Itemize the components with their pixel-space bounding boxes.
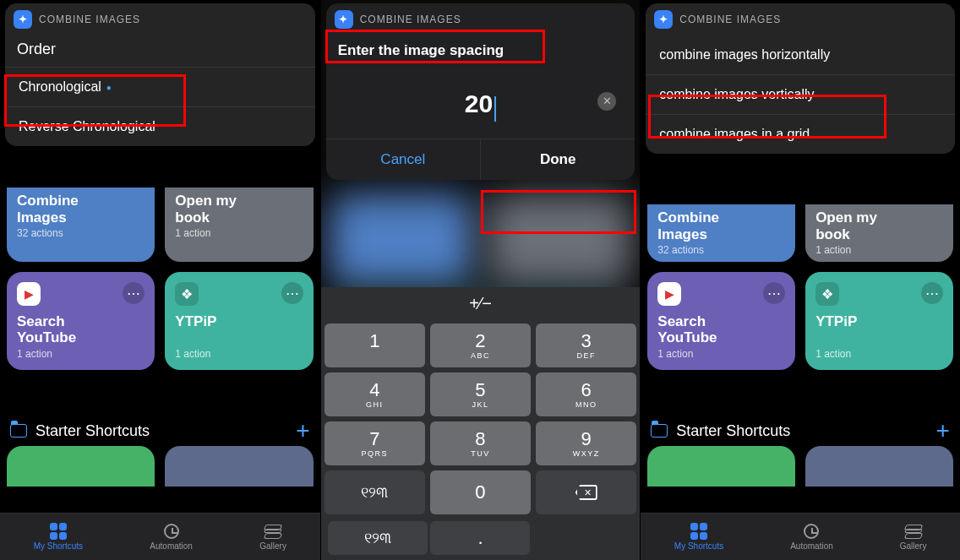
order-popup: ✦ COMBINE IMAGES Order Chronological● Re…	[5, 3, 315, 146]
clock-icon	[164, 524, 179, 539]
popup-header-title: COMBINE IMAGES	[39, 14, 140, 25]
clock-icon	[804, 524, 819, 539]
tab-automation[interactable]: Automation	[150, 523, 193, 551]
tab-gallery[interactable]: Gallery	[259, 523, 286, 551]
card-peek[interactable]	[805, 446, 953, 487]
plus-minus-key[interactable]: +⁄−	[321, 287, 641, 320]
popup-title: Order	[5, 35, 315, 67]
combine-images-icon: ✦	[654, 10, 673, 29]
selected-dot-icon: ●	[106, 83, 112, 92]
numeric-keypad: +⁄− 1 2ABC 3DEF 4GHI 5JKL 6MNO 7PQRS 8TU…	[321, 287, 641, 560]
option-chronological[interactable]: Chronological●	[5, 67, 315, 106]
folder-icon	[651, 424, 668, 438]
card-combine-images[interactable]: CombineImages 32 actions	[647, 204, 795, 262]
key-dot[interactable]: .	[430, 521, 530, 555]
key-7[interactable]: 7PQRS	[325, 421, 425, 465]
starter-shortcuts-row[interactable]: Starter Shortcuts +	[651, 417, 950, 444]
done-button[interactable]: Done	[480, 139, 635, 180]
more-icon[interactable]: ⋯	[123, 282, 145, 304]
tab-automation[interactable]: Automation	[790, 523, 833, 551]
tab-my-shortcuts[interactable]: My Shortcuts	[674, 523, 723, 551]
youtube-icon: ▶	[657, 282, 681, 306]
key-0[interactable]: 0	[430, 470, 531, 514]
folder-icon	[10, 424, 27, 438]
card-title: Combine	[17, 193, 79, 209]
combine-mode-popup: ✦ COMBINE IMAGES combine images horizont…	[646, 3, 955, 154]
option-vertical[interactable]: combine images vertically	[646, 74, 955, 114]
key-3[interactable]: 3DEF	[536, 323, 636, 367]
cancel-button[interactable]: Cancel	[326, 139, 480, 180]
stack-icon	[265, 525, 281, 538]
popup-header-title: COMBINE IMAGES	[679, 14, 781, 25]
tab-my-shortcuts[interactable]: My Shortcuts	[34, 523, 83, 551]
panel-center: ✦ COMBINE IMAGES Enter the image spacing…	[320, 0, 641, 560]
input-value: 20	[465, 90, 493, 118]
card-open-my-book[interactable]: Open mybook 1 action	[165, 188, 313, 262]
card-ytpip[interactable]: ❖ ⋯ YTPiP 1 action	[165, 272, 313, 370]
panel-left: CombineImages 32 actions Open mybook 1 a…	[0, 0, 320, 560]
panel-right: CombineImages 32 actions Open mybook 1 a…	[640, 0, 960, 560]
card-sub: 32 actions	[17, 227, 145, 239]
more-icon[interactable]: ⋯	[763, 282, 785, 304]
tab-bar: My Shortcuts Automation Gallery	[641, 513, 960, 560]
key-backspace[interactable]	[536, 470, 636, 514]
card-peek[interactable]	[647, 446, 795, 487]
option-grid[interactable]: combine images in a grid	[646, 114, 955, 154]
card-ytpip[interactable]: ❖ ⋯ YTPiP 1 action	[805, 272, 953, 370]
card-search-youtube[interactable]: ▶ ⋯ SearchYouTube 1 action	[647, 272, 795, 370]
more-icon[interactable]: ⋯	[281, 282, 303, 304]
key-4[interactable]: 4GHI	[325, 372, 425, 416]
more-icon[interactable]: ⋯	[921, 282, 943, 304]
card-open-my-book[interactable]: Open mybook 1 action	[805, 204, 953, 262]
key-1[interactable]: 1	[325, 323, 425, 367]
card-search-youtube[interactable]: ▶ ⋯ SearchYouTube 1 action	[7, 272, 155, 370]
spacing-input[interactable]: 20 ✕	[326, 64, 635, 139]
layers-icon: ❖	[175, 282, 199, 306]
key-6[interactable]: 6MNO	[536, 372, 636, 416]
combine-images-icon: ✦	[14, 10, 32, 29]
popup-header-title: COMBINE IMAGES	[360, 14, 461, 25]
plus-icon[interactable]: +	[936, 417, 950, 444]
key-8[interactable]: 8TUV	[430, 421, 531, 465]
combine-images-icon: ✦	[335, 10, 353, 29]
grid-icon	[690, 523, 707, 540]
clear-icon[interactable]: ✕	[597, 92, 616, 111]
key-2[interactable]: 2ABC	[430, 323, 531, 367]
dialog-title: Enter the image spacing	[326, 35, 635, 64]
option-horizontal[interactable]: combine images horizontally	[646, 35, 955, 74]
starter-shortcuts-row[interactable]: Starter Shortcuts +	[10, 417, 310, 444]
grid-icon	[50, 523, 67, 540]
option-reverse-chronological[interactable]: Reverse Chronological	[5, 106, 315, 146]
key-alt-script-2[interactable]: ୧୨୩	[328, 521, 428, 555]
spacing-dialog: ✦ COMBINE IMAGES Enter the image spacing…	[326, 3, 635, 180]
tab-gallery[interactable]: Gallery	[900, 523, 927, 551]
text-cursor	[494, 96, 496, 122]
card-combine-images[interactable]: CombineImages 32 actions	[7, 188, 155, 262]
tab-bar: My Shortcuts Automation Gallery	[0, 513, 320, 560]
backspace-icon	[575, 485, 597, 500]
key-5[interactable]: 5JKL	[430, 372, 531, 416]
card-peek[interactable]	[7, 446, 155, 487]
youtube-icon: ▶	[17, 282, 41, 306]
key-9[interactable]: 9WXYZ	[536, 421, 636, 465]
layers-icon: ❖	[815, 282, 839, 306]
card-peek[interactable]	[165, 446, 313, 487]
key-alt-script[interactable]: ୧୨୩	[325, 470, 425, 514]
folder-label: Starter Shortcuts	[35, 422, 150, 440]
stack-icon	[905, 525, 922, 538]
plus-icon[interactable]: +	[296, 417, 309, 444]
